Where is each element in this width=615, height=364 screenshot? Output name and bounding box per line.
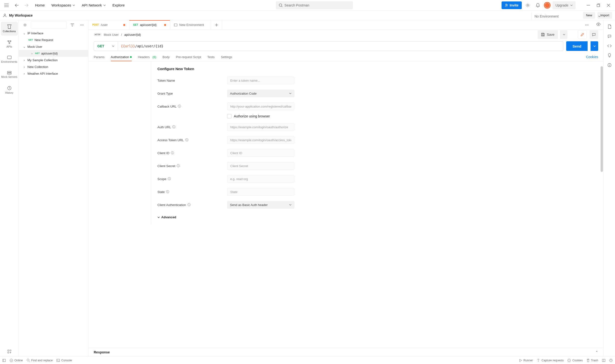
req-tab-settings[interactable]: Settings: [221, 55, 232, 61]
tree-item-api-user-id[interactable]: › GET api/user/{id}: [19, 50, 88, 57]
nav-workspaces[interactable]: Workspaces: [49, 2, 77, 9]
dirty-indicator: [164, 24, 166, 26]
status-layout[interactable]: [602, 359, 605, 362]
environment-quicklook[interactable]: [594, 20, 602, 28]
info-icon[interactable]: ⓘ: [178, 104, 181, 108]
tree-item-mock-user[interactable]: ⌄ Mock User: [19, 43, 88, 50]
label-authorize-browser: Authorize using browser: [234, 114, 270, 118]
workspace-name[interactable]: My Workspace: [9, 13, 33, 17]
req-tab-headers[interactable]: Headers (6): [138, 55, 156, 61]
window-minimize[interactable]: [584, 1, 592, 9]
method-select[interactable]: GET: [94, 41, 118, 51]
info-icon[interactable]: ⓘ: [177, 164, 180, 168]
input-callback-url[interactable]: [227, 103, 294, 110]
status-console[interactable]: Console: [56, 359, 72, 362]
tree-item-new-collection[interactable]: › New Collection: [19, 63, 88, 70]
scrollbar[interactable]: [601, 66, 603, 172]
sidebar-options[interactable]: [78, 21, 86, 29]
invite-button[interactable]: Invite: [502, 1, 522, 9]
input-access-token-url[interactable]: [227, 136, 294, 144]
sidebar-filter-icon[interactable]: [68, 21, 76, 29]
hamburger-menu[interactable]: [2, 1, 11, 9]
rail-history[interactable]: History: [1, 83, 18, 97]
input-state[interactable]: [227, 188, 294, 196]
edit-button[interactable]: [578, 30, 587, 39]
comments-button[interactable]: [589, 30, 598, 39]
advanced-toggle[interactable]: Advanced: [157, 215, 603, 219]
sidebar-filter[interactable]: [31, 21, 67, 29]
tab-get-api-user-id[interactable]: GET api/user/{id}: [129, 20, 170, 29]
rightrail-comments[interactable]: [605, 32, 614, 40]
req-tab-tests[interactable]: Tests: [207, 55, 215, 61]
status-online[interactable]: Online: [10, 359, 23, 362]
rail-mock-servers[interactable]: Mock Servers: [1, 68, 18, 82]
tree-item-new-request[interactable]: GET New Request: [19, 37, 88, 43]
cookies-link[interactable]: Cookies: [586, 55, 598, 61]
input-auth-url[interactable]: [227, 123, 294, 131]
input-scope[interactable]: [227, 175, 294, 183]
select-grant-type[interactable]: Authorization Code: [227, 90, 294, 97]
global-search[interactable]: Search Postman: [276, 1, 353, 9]
select-client-authentication[interactable]: Send as Basic Auth header: [227, 201, 294, 209]
tab-add[interactable]: [211, 20, 222, 29]
info-icon[interactable]: ⓘ: [171, 151, 174, 155]
input-client-id[interactable]: [227, 149, 294, 157]
settings-button[interactable]: [524, 1, 532, 9]
svg-point-27: [27, 359, 29, 361]
rightrail-documentation[interactable]: [605, 23, 614, 31]
nav-api-network[interactable]: API Network: [79, 2, 108, 9]
breadcrumb-collection[interactable]: Mock User: [104, 33, 119, 37]
req-tab-params[interactable]: Params: [94, 55, 105, 61]
status-panel-toggle[interactable]: [2, 359, 6, 362]
tab-post-user[interactable]: POST /user: [88, 20, 129, 29]
tree-item-ip-interface[interactable]: ⌄ IP Interface: [19, 30, 88, 37]
status-trash[interactable]: Trash: [587, 359, 598, 362]
req-tab-authorization[interactable]: Authorization: [111, 55, 132, 61]
rightrail-code[interactable]: [605, 42, 614, 50]
rightrail-info[interactable]: [605, 61, 614, 69]
rail-collections[interactable]: Collections: [1, 22, 18, 36]
environment-selector[interactable]: No Environment: [531, 13, 603, 20]
sidebar-add-button[interactable]: [21, 21, 29, 29]
nav-home[interactable]: Home: [33, 2, 47, 9]
status-find-replace[interactable]: Find and replace: [27, 359, 53, 362]
req-tab-body[interactable]: Body: [163, 55, 170, 61]
window-close[interactable]: [604, 1, 613, 9]
info-icon[interactable]: ⓘ: [166, 190, 169, 194]
tree-item-weather-api-interface[interactable]: › Weather API Interface: [19, 70, 88, 77]
input-client-secret[interactable]: [227, 162, 294, 170]
status-runner[interactable]: Runner: [519, 359, 533, 362]
rail-apis[interactable]: APIs: [1, 37, 18, 51]
rail-configure[interactable]: [1, 347, 18, 356]
info-icon[interactable]: ⓘ: [188, 203, 191, 207]
mock-servers-icon: [7, 71, 12, 74]
info-icon[interactable]: ⓘ: [168, 177, 171, 181]
info-icon[interactable]: ⓘ: [172, 125, 176, 129]
status-cookies[interactable]: Cookies: [567, 359, 583, 362]
method-post: POST: [92, 24, 99, 26]
tab-new-environment[interactable]: New Environment: [170, 20, 211, 29]
user-avatar[interactable]: [544, 2, 551, 9]
nav-back[interactable]: [13, 1, 21, 9]
nav-forward[interactable]: [23, 1, 31, 9]
url-input[interactable]: {{url}}/api/user/{id}: [118, 41, 563, 51]
status-help[interactable]: [609, 359, 613, 362]
upgrade-button[interactable]: Upgrade: [552, 1, 575, 9]
info-icon[interactable]: ⓘ: [185, 138, 188, 142]
tree-item-my-sample-collection[interactable]: › My Sample Collection: [19, 57, 88, 63]
response-collapse[interactable]: ⌃: [595, 350, 598, 354]
rightrail-liveshare[interactable]: [605, 51, 614, 60]
checkbox-authorize-browser[interactable]: [227, 114, 232, 118]
save-dropdown[interactable]: [560, 30, 567, 39]
send-button[interactable]: Send: [566, 41, 588, 51]
input-token-name[interactable]: [227, 77, 294, 84]
window-maximize[interactable]: [594, 1, 602, 9]
req-tab-prerequest[interactable]: Pre-request Script: [176, 55, 201, 61]
status-capture[interactable]: Capture requests: [537, 359, 564, 362]
tab-overflow-button[interactable]: [583, 21, 591, 29]
notifications-button[interactable]: [534, 1, 542, 9]
rail-environments[interactable]: Environments: [1, 52, 18, 66]
save-button[interactable]: Save: [538, 30, 558, 39]
send-dropdown[interactable]: [590, 41, 598, 51]
nav-explore[interactable]: Explore: [110, 2, 127, 9]
